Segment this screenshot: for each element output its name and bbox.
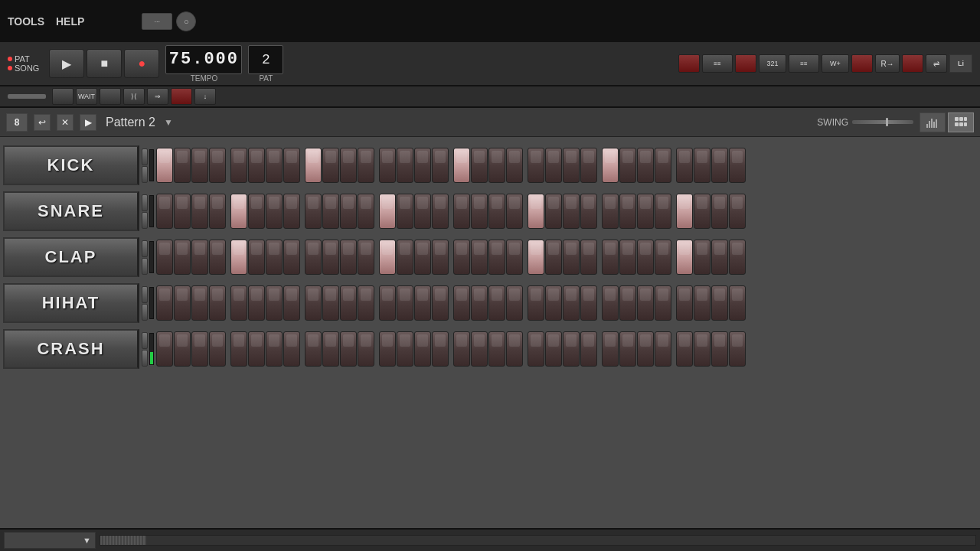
beat-button[interactable] — [694, 148, 710, 183]
beat-button[interactable] — [340, 148, 357, 183]
track-name-clap[interactable]: CLAP — [3, 237, 139, 277]
beat-button[interactable] — [453, 194, 470, 229]
beat-button[interactable] — [655, 285, 671, 321]
beat-button[interactable] — [379, 240, 396, 275]
beat-button[interactable] — [174, 194, 191, 229]
beat-button[interactable] — [528, 148, 544, 183]
play-button[interactable]: ▶ — [49, 49, 84, 78]
toolbar2-icon-red-1[interactable] — [171, 88, 192, 105]
beat-button[interactable] — [283, 240, 300, 275]
beat-button[interactable] — [266, 331, 283, 367]
beat-button[interactable] — [432, 331, 449, 367]
beat-button[interactable] — [248, 240, 265, 275]
beat-button[interactable] — [397, 285, 413, 321]
beat-button[interactable] — [637, 285, 654, 321]
beat-button[interactable] — [453, 148, 470, 183]
beat-button[interactable] — [545, 285, 562, 321]
pattern-steps-button[interactable]: 8 — [6, 113, 28, 132]
beat-button[interactable] — [602, 194, 619, 229]
beat-button[interactable] — [156, 194, 173, 229]
beat-button[interactable] — [397, 148, 413, 183]
beat-button[interactable] — [729, 148, 746, 183]
beat-button[interactable] — [711, 148, 728, 183]
beat-button[interactable] — [563, 240, 580, 275]
beat-button[interactable] — [305, 194, 322, 229]
beat-button[interactable] — [488, 285, 505, 321]
beat-button[interactable] — [283, 194, 300, 229]
beat-button[interactable] — [528, 194, 544, 229]
record-button[interactable]: ● — [124, 49, 159, 78]
pattern-undo-button[interactable]: ↩ — [34, 114, 51, 131]
beat-button[interactable] — [230, 194, 247, 229]
beat-button[interactable] — [397, 240, 413, 275]
beat-button[interactable] — [209, 240, 226, 275]
beat-button[interactable] — [580, 285, 597, 321]
mini-toolbar-btn[interactable]: ··· — [142, 13, 172, 30]
beat-button[interactable] — [471, 194, 488, 229]
pattern-dropdown-arrow[interactable]: ▼ — [164, 117, 173, 128]
beat-button[interactable] — [379, 194, 396, 229]
beat-button[interactable] — [266, 240, 283, 275]
beat-button[interactable] — [432, 285, 449, 321]
beat-button[interactable] — [174, 148, 191, 183]
toolbar2-icon-3[interactable]: ⇒ — [147, 88, 168, 105]
beat-button[interactable] — [340, 285, 357, 321]
beat-button[interactable] — [676, 148, 693, 183]
beat-button[interactable] — [637, 148, 654, 183]
track-name-crash[interactable]: CRASH — [3, 329, 139, 369]
beat-button[interactable] — [711, 331, 728, 367]
beat-button[interactable] — [471, 148, 488, 183]
beat-button[interactable] — [655, 240, 671, 275]
beat-button[interactable] — [397, 331, 413, 367]
beat-button[interactable] — [191, 240, 208, 275]
beat-button[interactable] — [694, 285, 710, 321]
beat-button[interactable] — [694, 331, 710, 367]
beat-button[interactable] — [545, 331, 562, 367]
beat-button[interactable] — [191, 331, 208, 367]
mini-knob-btn[interactable]: ○ — [176, 11, 196, 31]
beat-button[interactable] — [676, 240, 693, 275]
beat-button[interactable] — [191, 148, 208, 183]
beat-button[interactable] — [506, 240, 523, 275]
pitch-slider[interactable] — [8, 94, 46, 99]
beat-button[interactable] — [397, 194, 413, 229]
mini-knob[interactable] — [142, 212, 148, 229]
beat-button[interactable] — [528, 285, 544, 321]
toolbar-icon-6[interactable] — [902, 54, 923, 73]
beat-button[interactable] — [694, 194, 710, 229]
horizontal-scrollbar[interactable] — [100, 535, 976, 546]
beat-button[interactable] — [711, 240, 728, 275]
beat-button[interactable] — [453, 331, 470, 367]
beat-button[interactable] — [563, 194, 580, 229]
beat-button[interactable] — [209, 194, 226, 229]
beat-button[interactable] — [655, 331, 671, 367]
view-grid-button[interactable] — [948, 112, 974, 132]
beat-button[interactable] — [729, 194, 746, 229]
beat-button[interactable] — [266, 194, 283, 229]
toolbar2-icon-down[interactable]: ↓ — [194, 88, 216, 105]
mini-knob[interactable] — [142, 240, 148, 257]
beat-button[interactable] — [506, 194, 523, 229]
mini-knob[interactable] — [142, 304, 148, 321]
beat-button[interactable] — [248, 194, 265, 229]
beat-button[interactable] — [414, 331, 431, 367]
beat-button[interactable] — [322, 148, 339, 183]
beat-button[interactable] — [156, 148, 173, 183]
beat-button[interactable] — [174, 331, 191, 367]
beat-button[interactable] — [266, 148, 283, 183]
beat-button[interactable] — [655, 194, 671, 229]
beat-button[interactable] — [209, 331, 226, 367]
view-bar-button[interactable] — [920, 112, 946, 132]
beat-button[interactable] — [322, 331, 339, 367]
beat-button[interactable] — [729, 240, 746, 275]
beat-button[interactable] — [471, 285, 488, 321]
beat-button[interactable] — [283, 331, 300, 367]
mini-knob[interactable] — [142, 148, 148, 165]
toolbar-icon-1[interactable] — [678, 54, 700, 73]
beat-button[interactable] — [602, 240, 619, 275]
beat-button[interactable] — [528, 240, 544, 275]
toolbar-icon-321[interactable]: 321 — [759, 54, 786, 73]
mini-knob[interactable] — [142, 286, 148, 303]
beat-button[interactable] — [563, 148, 580, 183]
toolbar-icon-3[interactable] — [735, 54, 756, 73]
